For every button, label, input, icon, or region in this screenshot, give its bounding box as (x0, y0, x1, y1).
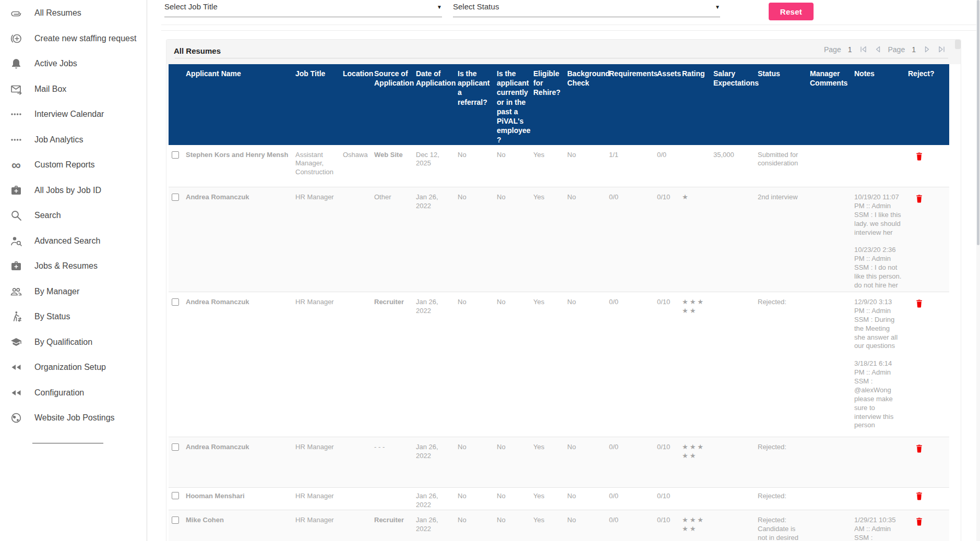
eligible-cell: Yes (530, 510, 564, 541)
delete-icon[interactable] (915, 490, 924, 504)
delete-icon[interactable] (915, 443, 924, 456)
table-row: Andrea Romanczuk HR Manager Other Jan 26… (169, 187, 949, 292)
briefcase-icon (10, 260, 22, 272)
background-check-cell: No (564, 145, 606, 187)
notes-cell: 10/19/20 11:07 PM :: Admin SSM : I like … (851, 187, 905, 292)
col-background-check: Background Check (564, 64, 606, 145)
rating-stars[interactable]: ★★★★★ (679, 437, 710, 488)
col-notes: Notes (851, 64, 905, 145)
referral-cell: No (455, 292, 494, 437)
sidebar-item-mail-box[interactable]: Mail Box (0, 77, 147, 102)
row-checkbox[interactable] (172, 443, 179, 451)
row-checkbox[interactable] (172, 492, 179, 499)
status-cell: Submitted for consideration (755, 145, 807, 187)
job-title-select[interactable]: Select Job Title ▼ (164, 0, 442, 17)
all-resumes-panel: All Resumes Page 1 Page 1 (166, 39, 961, 541)
row-checkbox[interactable] (172, 194, 179, 201)
bell-icon (10, 57, 22, 70)
sidebar-item-custom-reports[interactable]: ∞ Custom Reports (0, 152, 147, 178)
mail-forward-icon (10, 83, 22, 95)
sidebar-item-by-qualification[interactable]: By Qualification (0, 330, 147, 355)
people-icon (10, 285, 22, 298)
previous-page-icon[interactable] (874, 45, 882, 54)
col-pival-employee: Is the applicant currently or in the pas… (494, 64, 530, 145)
sidebar-item-advanced-search[interactable]: Advanced Search (0, 229, 147, 254)
col-assets: Assets (654, 64, 679, 145)
sidebar-item-by-manager[interactable]: By Manager (0, 279, 147, 305)
applicant-name-link[interactable]: Andrea Romanczuk (183, 187, 292, 292)
rating-stars[interactable] (679, 488, 710, 510)
col-salary: Salary Expectations (710, 64, 755, 145)
col-requirements: Requirements (606, 64, 654, 145)
rewind-icon (10, 361, 22, 374)
sidebar-label: All Jobs by Job ID (34, 186, 101, 195)
row-checkbox[interactable] (172, 151, 179, 159)
sidebar-item-website-job-postings[interactable]: Website Job Postings (0, 405, 147, 431)
sidebar-item-all-resumes[interactable]: All Resumes (0, 1, 147, 26)
paperclip-icon (10, 7, 22, 19)
next-page-icon[interactable] (923, 45, 931, 54)
sidebar-item-by-status[interactable]: By Status (0, 304, 147, 330)
sidebar-item-organization-setup[interactable]: Organization Setup (0, 355, 147, 380)
status-select[interactable]: Select Status ▼ (453, 0, 720, 17)
delete-icon[interactable] (915, 298, 924, 311)
sidebar-label: Website Job Postings (34, 413, 115, 423)
source-cell: - - - (371, 437, 413, 488)
page-number[interactable]: 1 (911, 45, 917, 54)
sidebar-item-configuration[interactable]: Configuration (0, 380, 147, 406)
pival-employee-cell: No (494, 145, 530, 187)
sidebar-item-all-jobs-by-job-id[interactable]: All Jobs by Job ID (0, 178, 147, 203)
page-number[interactable]: 1 (847, 45, 853, 54)
table-row: Stephen Kors and Henry Mensh Assistant M… (169, 145, 949, 187)
page-label: Page (824, 45, 841, 54)
pival-employee-cell: No (494, 292, 530, 437)
row-checkbox[interactable] (172, 298, 179, 306)
applicant-name-link[interactable]: Andrea Romanczuk (183, 292, 292, 437)
applicant-name-link[interactable]: Mike Cohen (183, 510, 292, 541)
sidebar-item-jobs-and-resumes[interactable]: Jobs & Resumes (0, 254, 147, 279)
background-check-cell: No (564, 437, 606, 488)
rating-stars[interactable] (679, 145, 710, 187)
row-checkbox[interactable] (172, 516, 179, 524)
panel-header: All Resumes Page 1 Page 1 (166, 40, 961, 64)
location-cell: Oshawa (340, 145, 371, 187)
applicant-name-link[interactable]: Andrea Romanczuk (183, 437, 292, 488)
location-cell (340, 437, 371, 488)
requirements-cell: 0/0 (606, 292, 654, 437)
applicant-name-link[interactable]: Stephen Kors and Henry Mensh (183, 145, 292, 187)
job-title-select-placeholder: Select Job Title (164, 0, 218, 11)
graduation-cap-icon (10, 336, 22, 348)
rating-stars[interactable]: ★★★★★ (679, 510, 710, 541)
pival-employee-cell: No (494, 488, 530, 510)
notes-cell (851, 488, 905, 510)
delete-icon[interactable] (915, 151, 924, 164)
background-check-cell: No (564, 187, 606, 292)
sidebar-item-create-staffing-request[interactable]: Create new staffing request (0, 26, 147, 52)
delete-icon[interactable] (915, 516, 924, 530)
last-page-icon[interactable] (937, 45, 946, 54)
rating-stars[interactable]: ★★★★★ (679, 292, 710, 437)
sidebar-item-job-analytics[interactable]: Job Analytics (0, 127, 147, 153)
sidebar-label: By Status (34, 312, 70, 321)
location-cell (340, 187, 371, 292)
notes-cell (851, 437, 905, 488)
reset-button[interactable]: Reset (769, 3, 814, 20)
manager-comments-cell (807, 510, 851, 541)
table-row: Mike Cohen HR Manager Recruiter Jan 26, … (169, 510, 949, 541)
salary-cell (710, 510, 755, 541)
notes-cell: 1/29/21 10:35 AM :: Admin SSM : (851, 510, 905, 541)
rating-stars[interactable]: ★ (679, 187, 710, 292)
sidebar-item-active-jobs[interactable]: Active Jobs (0, 51, 147, 77)
requirements-cell: 1/1 (606, 145, 654, 187)
scrollbar-thumb[interactable] (977, 0, 979, 245)
applicant-name-link[interactable]: Hooman Menshari (183, 488, 292, 510)
col-status: Status (755, 64, 807, 145)
col-rating: Rating (679, 64, 710, 145)
scrollbar-thumb[interactable] (955, 40, 961, 49)
pival-employee-cell: No (494, 437, 530, 488)
first-page-icon[interactable] (859, 45, 868, 54)
delete-icon[interactable] (915, 193, 924, 207)
sidebar-item-search[interactable]: Search (0, 203, 147, 229)
sidebar-item-interview-calendar[interactable]: Interview Calendar (0, 102, 147, 127)
page-scrollbar[interactable] (976, 0, 980, 541)
